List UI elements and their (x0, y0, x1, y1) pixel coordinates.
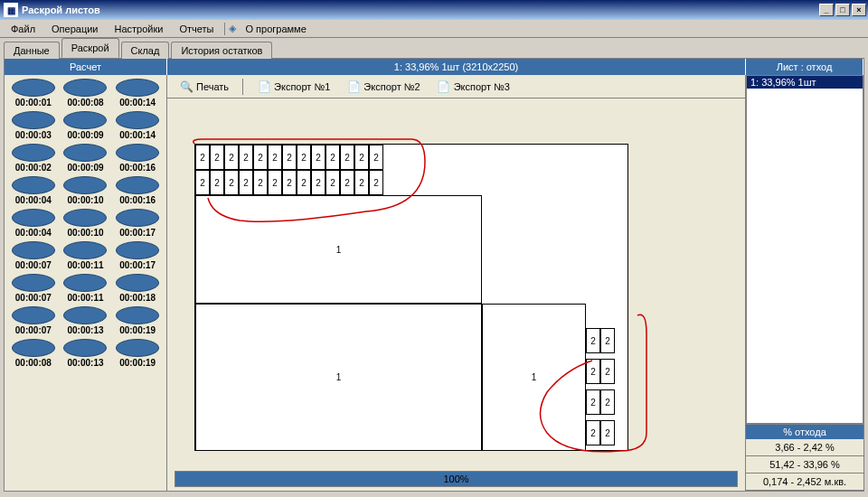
menu-file[interactable]: Файл (4, 22, 42, 36)
header-calc: Расчет (5, 59, 167, 75)
tab-data[interactable]: Данные (4, 42, 60, 59)
piece-small: 2 (600, 420, 615, 445)
piece-small: 2 (311, 145, 326, 170)
piece-small: 2 (239, 145, 253, 170)
variant-pill[interactable]: 00:00:08 (8, 339, 59, 368)
maximize-button[interactable]: □ (835, 4, 850, 16)
canvas-area[interactable]: 22222222222222222222222222 1 1 1 2222222… (167, 98, 745, 467)
minimize-button[interactable]: _ (819, 4, 834, 16)
variant-pill[interactable]: 00:00:02 (8, 144, 59, 173)
pill-time-label: 00:00:10 (61, 228, 111, 238)
tab-history[interactable]: История остатков (171, 42, 272, 59)
center-panel: 🔍 Печать 📄 Экспорт №1 📄 Экспорт №2 📄 Экс… (167, 75, 746, 491)
piece-small: 2 (369, 145, 383, 170)
left-panel: 00:00:0100:00:0800:00:1400:00:0300:00:09… (5, 75, 167, 491)
piece-small: 2 (354, 145, 369, 170)
pill-time-label: 00:00:18 (112, 293, 163, 303)
export1-icon: 📄 (257, 80, 271, 94)
piece-small: 2 (297, 145, 311, 170)
pill-time-label: 00:00:16 (112, 195, 163, 205)
piece-small: 2 (311, 170, 326, 195)
pill-time-label: 00:00:17 (112, 228, 163, 238)
pill-time-label: 00:00:19 (112, 358, 163, 368)
piece-small: 2 (268, 170, 282, 195)
export1-button[interactable]: 📄 Экспорт №1 (250, 77, 336, 97)
piece-small: 2 (369, 170, 383, 195)
stats-row-2: 51,42 - 33,96 % (746, 456, 863, 474)
pill-time-label: 00:00:19 (112, 325, 163, 335)
pill-time-label: 00:00:03 (8, 130, 59, 140)
piece-small: 2 (326, 145, 340, 170)
pill-time-label: 00:00:09 (61, 163, 111, 173)
pill-time-label: 00:00:04 (8, 195, 59, 205)
pill-time-label: 00:00:14 (112, 130, 163, 140)
tab-stock[interactable]: Склад (121, 42, 170, 59)
variant-pill[interactable]: 00:00:16 (112, 144, 163, 173)
variant-pill[interactable]: 00:00:13 (61, 339, 111, 368)
content-area: Расчет 1: 33,96% 1шт (3210x2250) Лист : … (4, 58, 864, 492)
variant-pill[interactable]: 00:00:13 (61, 306, 111, 335)
piece-big: 1 (195, 195, 482, 304)
variant-pill[interactable]: 00:00:08 (61, 79, 111, 108)
pill-time-label: 00:00:04 (8, 228, 59, 238)
piece-small: 2 (253, 145, 268, 170)
pill-time-label: 00:00:09 (61, 130, 111, 140)
variant-pill[interactable]: 00:00:11 (61, 274, 111, 303)
variant-pill[interactable]: 00:00:04 (8, 176, 59, 205)
pill-time-label: 00:00:14 (112, 98, 163, 108)
export3-button[interactable]: 📄 Экспорт №3 (430, 77, 516, 97)
window-title: Раскрой листов (22, 5, 819, 15)
waste-list[interactable]: 1: 33,96% 1шт (746, 75, 863, 424)
stats-row-1: 3,66 - 2,42 % (746, 439, 863, 456)
variant-pill[interactable]: 00:00:18 (112, 274, 163, 303)
variant-pill[interactable]: 00:00:07 (8, 306, 59, 335)
menu-operations[interactable]: Операции (44, 22, 105, 36)
close-button[interactable]: × (852, 4, 866, 16)
piece-small: 2 (210, 170, 224, 195)
pill-time-label: 00:00:01 (8, 98, 59, 108)
header-row: Расчет 1: 33,96% 1шт (3210x2250) Лист : … (5, 59, 863, 75)
variant-pill[interactable]: 00:00:03 (8, 111, 59, 140)
menu-settings[interactable]: Настройки (108, 22, 171, 36)
pill-time-label: 00:00:10 (61, 195, 111, 205)
variant-pill[interactable]: 00:00:16 (112, 176, 163, 205)
variant-pill[interactable]: 00:00:10 (61, 209, 111, 238)
menu-separator (224, 23, 225, 35)
variant-pill[interactable]: 00:00:11 (61, 241, 111, 270)
titlebar: ▦ Раскрой листов _ □ × (0, 0, 868, 20)
pill-time-label: 00:00:08 (61, 98, 111, 108)
tab-strip: Данные Раскрой Склад История остатков (0, 38, 868, 58)
tab-layout[interactable]: Раскрой (61, 38, 119, 58)
list-item[interactable]: 1: 33,96% 1шт (747, 76, 863, 89)
pill-time-label: 00:00:02 (8, 163, 59, 173)
piece-small: 2 (268, 145, 282, 170)
variant-pill[interactable]: 00:00:14 (112, 111, 163, 140)
pill-time-label: 00:00:13 (61, 358, 111, 368)
pill-time-label: 00:00:11 (61, 260, 111, 270)
variant-pill[interactable]: 00:00:19 (112, 306, 163, 335)
variant-pill[interactable]: 00:00:17 (112, 209, 163, 238)
header-info: 1: 33,96% 1шт (3210x2250) (167, 59, 746, 75)
export2-button[interactable]: 📄 Экспорт №2 (340, 77, 426, 97)
variant-pill[interactable]: 00:00:17 (112, 241, 163, 270)
variant-pill[interactable]: 00:00:09 (61, 111, 111, 140)
print-button[interactable]: 🔍 Печать (173, 77, 235, 97)
toolbar-separator (242, 79, 243, 95)
variant-pill[interactable]: 00:00:19 (112, 339, 163, 368)
piece-small: 2 (282, 145, 297, 170)
variant-pill[interactable]: 00:00:07 (8, 241, 59, 270)
variant-pill[interactable]: 00:00:07 (8, 274, 59, 303)
toolbar: 🔍 Печать 📄 Экспорт №1 📄 Экспорт №2 📄 Экс… (167, 75, 745, 98)
menu-reports[interactable]: Отчеты (172, 22, 221, 36)
piece-small: 2 (224, 145, 239, 170)
variant-pill[interactable]: 00:00:04 (8, 209, 59, 238)
pill-time-label: 00:00:13 (61, 325, 111, 335)
variant-pill[interactable]: 00:00:14 (112, 79, 163, 108)
progress-bar: 100% (175, 471, 738, 487)
menu-about[interactable]: О программе (238, 22, 313, 36)
variant-pill[interactable]: 00:00:10 (61, 176, 111, 205)
variant-pill[interactable]: 00:00:01 (8, 79, 59, 108)
variant-pill[interactable]: 00:00:09 (61, 144, 111, 173)
piece-small: 2 (210, 145, 224, 170)
pill-time-label: 00:00:08 (8, 358, 59, 368)
